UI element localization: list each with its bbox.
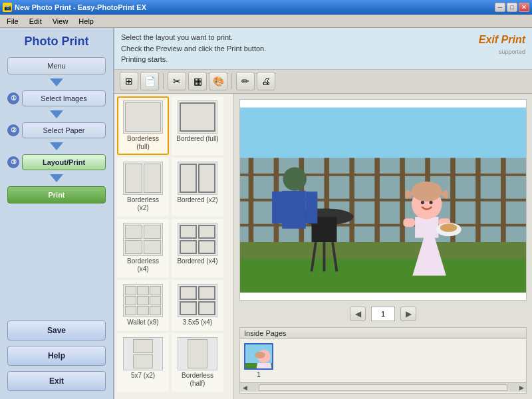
- layout-label-5x7-x2: 5x7 (x2): [131, 372, 155, 380]
- toolbar-separator-1: [163, 73, 164, 89]
- instruction-line1: Select the layout you want to print.: [121, 32, 266, 43]
- svg-rect-30: [403, 218, 415, 227]
- step-3-row: ③ Layout/Print: [7, 154, 106, 170]
- layout-borderless-full[interactable]: Borderless(full): [117, 96, 169, 155]
- layout-label-bordered-full: Bordered (full): [176, 135, 218, 143]
- svg-rect-10: [349, 158, 354, 241]
- page-navigation: ◀ 1 ▶: [239, 305, 527, 323]
- help-button[interactable]: Help: [7, 346, 106, 366]
- layout-35x5-x4[interactable]: 3.5x5 (x4): [172, 280, 223, 331]
- layout-label-bordered-x2: Bordered (x2): [177, 196, 217, 204]
- preview-image: [240, 100, 526, 301]
- arrow-after-step1: [50, 110, 63, 118]
- preview-area: ◀ 1 ▶ Inside Pages: [234, 94, 532, 400]
- svg-point-34: [430, 201, 433, 204]
- save-button[interactable]: Save: [7, 321, 106, 340]
- edit-icon[interactable]: ✏: [236, 72, 255, 90]
- layout-icon[interactable]: ⊞: [120, 72, 138, 90]
- layout-label-borderless-full: Borderless(full): [127, 135, 159, 151]
- layout-row-2: Borderless(x2) Bordered (x2): [117, 158, 231, 216]
- exif-logo: Exif Print: [479, 32, 525, 48]
- svg-rect-24: [272, 192, 284, 223]
- layout-label-bordered-x4: Bordered (x4): [177, 257, 217, 265]
- layout-5x7-x2[interactable]: 5x7 (x2): [117, 333, 169, 392]
- app-icon: 📷: [3, 3, 12, 12]
- right-panel: Select the layout you want to print. Che…: [114, 28, 532, 399]
- paper-icon[interactable]: 📄: [140, 72, 159, 90]
- svg-rect-11: [374, 158, 380, 241]
- svg-rect-15: [475, 158, 481, 241]
- step-3-number: ③: [7, 156, 19, 168]
- exit-button[interactable]: Exit: [7, 371, 106, 391]
- scroll-track[interactable]: [259, 384, 507, 391]
- svg-rect-12: [400, 158, 405, 241]
- layout-label-35x5: 3.5x5 (x4): [183, 319, 212, 327]
- step-2-number: ②: [7, 124, 19, 136]
- thumb-number-1: 1: [257, 371, 261, 378]
- inside-pages-panel: Inside Pages: [239, 327, 527, 394]
- step-1-number: ①: [7, 92, 19, 104]
- layout-borderless-x2[interactable]: Borderless(x2): [117, 158, 169, 216]
- maximize-button[interactable]: □: [507, 3, 517, 12]
- menu-edit[interactable]: Edit: [25, 16, 46, 27]
- layout-list[interactable]: Borderless(full) Bordered (full): [114, 94, 234, 400]
- svg-point-28: [412, 181, 442, 201]
- layout-bordered-full[interactable]: Bordered (full): [172, 96, 223, 155]
- scroll-right-arrow[interactable]: ▶: [517, 384, 526, 391]
- select-paper-button[interactable]: Select Paper: [22, 122, 106, 138]
- step-2-row: ② Select Paper: [7, 122, 106, 138]
- color-icon[interactable]: 🎨: [209, 72, 227, 90]
- arrow-after-menu: [50, 78, 63, 86]
- preview-bordered-4up: [180, 225, 215, 254]
- layout-label-wallet-x9: Wallet (x9): [127, 319, 158, 327]
- select-images-button[interactable]: Select Images: [22, 90, 106, 106]
- layout-bordered-x4[interactable]: Bordered (x4): [172, 219, 223, 277]
- page-number: 1: [371, 307, 395, 321]
- arrow-after-step2: [50, 142, 63, 150]
- layout-row-5: 5x7 (x2) Borderless(half): [117, 333, 231, 392]
- print-button[interactable]: Print: [7, 186, 106, 203]
- inside-pages-scrollbar[interactable]: ◀ ▶: [240, 382, 526, 392]
- svg-rect-25: [306, 192, 318, 223]
- preview-2up: [125, 164, 161, 193]
- crop-icon[interactable]: ✂: [168, 72, 186, 90]
- layout-row-4: Wallet (x9) 3.5x5 (x4): [117, 280, 231, 331]
- thumb-item-1[interactable]: 1: [244, 343, 273, 378]
- layout-wallet-x9[interactable]: Wallet (x9): [117, 280, 169, 331]
- menu-file[interactable]: File: [3, 16, 23, 27]
- preview-bordered-2up: [180, 164, 215, 193]
- svg-rect-16: [501, 158, 506, 241]
- layout-label-borderless-x2: Borderless(x2): [127, 196, 159, 212]
- instruction-line2: Check the Preview and click the Print bu…: [121, 43, 266, 55]
- menu-help[interactable]: Help: [74, 16, 98, 27]
- preview-9up: [125, 286, 161, 315]
- exif-sub: supported: [479, 48, 525, 57]
- instruction-line3: Printing starts.: [121, 54, 266, 65]
- svg-rect-6: [249, 158, 254, 241]
- preview-5x7: [133, 339, 153, 368]
- scroll-left-arrow[interactable]: ◀: [240, 384, 249, 391]
- svg-point-22: [283, 167, 307, 190]
- svg-point-32: [440, 223, 457, 232]
- minimize-button[interactable]: ─: [495, 3, 505, 12]
- inside-pages-title: Inside Pages: [240, 328, 526, 339]
- filter-icon[interactable]: ▦: [188, 72, 207, 90]
- layout-label-borderless-half: Borderless(half): [182, 372, 213, 388]
- menu-button[interactable]: Menu: [7, 57, 106, 74]
- layout-borderless-half[interactable]: Borderless(half): [172, 333, 223, 392]
- close-button[interactable]: ✕: [519, 3, 529, 12]
- thumb-image-1: [244, 343, 273, 370]
- photo-preview: [239, 99, 527, 301]
- next-page-button[interactable]: ▶: [400, 307, 416, 321]
- layout-borderless-x4[interactable]: Borderless(x4): [117, 219, 169, 277]
- prev-page-button[interactable]: ◀: [350, 307, 366, 321]
- layout-print-button[interactable]: Layout/Print: [22, 154, 106, 170]
- preview-4up: [125, 225, 161, 254]
- print-icon[interactable]: 🖨: [257, 72, 275, 90]
- main-container: Photo Print Menu ① Select Images ② Selec…: [0, 28, 532, 399]
- layout-bordered-x2[interactable]: Bordered (x2): [172, 158, 223, 216]
- menu-view[interactable]: View: [49, 16, 72, 27]
- inside-pages-content: 1: [240, 339, 526, 382]
- menu-bar: File Edit View Help: [0, 15, 532, 28]
- step-1-row: ① Select Images: [7, 90, 106, 106]
